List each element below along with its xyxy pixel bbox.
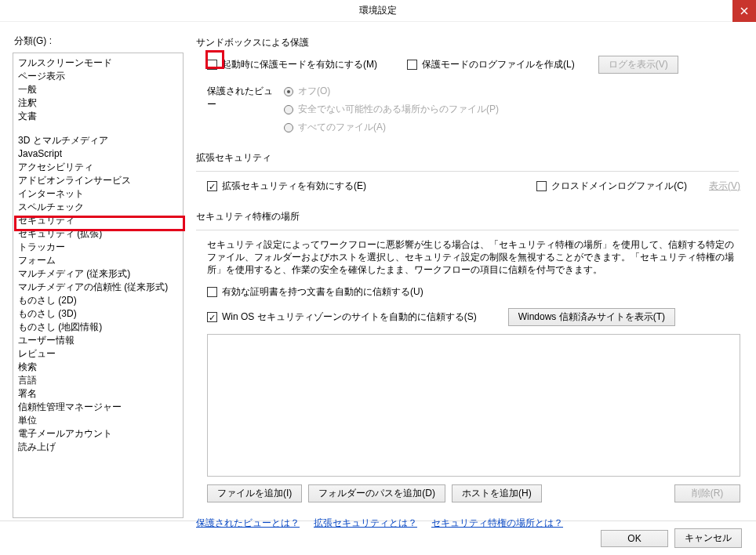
- trust-winos-checkbox[interactable]: [207, 312, 217, 322]
- category-item[interactable]: レビュー: [13, 347, 183, 361]
- category-item[interactable]: インターネット: [13, 187, 183, 201]
- category-item[interactable]: スペルチェック: [13, 201, 183, 214]
- delete-button[interactable]: 削除(R): [674, 484, 740, 502]
- category-item[interactable]: 注釈: [13, 96, 183, 110]
- category-item[interactable]: ユーザー情報: [13, 334, 183, 347]
- protected-view-all-radio[interactable]: [284, 123, 293, 132]
- protected-view-off-label: オフ(O): [298, 85, 330, 98]
- priv-loc-section-title: セキュリティ特権の場所: [196, 210, 740, 223]
- category-item[interactable]: 信頼性管理マネージャー: [13, 401, 183, 414]
- priv-locations-listbox[interactable]: [207, 334, 740, 477]
- category-item[interactable]: セキュリティ (拡張): [13, 227, 183, 241]
- category-item[interactable]: マルチメディア (従来形式): [13, 267, 183, 281]
- category-item[interactable]: ページ表示: [13, 70, 183, 83]
- enable-protected-mode-checkbox[interactable]: [207, 60, 217, 70]
- protected-view-off-radio[interactable]: [284, 87, 293, 96]
- ext-sec-enable-label: 拡張セキュリティを有効にする(E): [222, 180, 366, 193]
- ext-sec-enable-checkbox[interactable]: [207, 181, 217, 191]
- protected-view-unsafe-label: 安全でない可能性のある場所からのファイル(P): [298, 103, 499, 116]
- category-item[interactable]: 読み上げ: [13, 441, 183, 454]
- ok-button[interactable]: OK: [601, 530, 668, 547]
- link-ext-sec[interactable]: 拡張セキュリティとは？: [314, 517, 417, 530]
- category-item[interactable]: マルチメディアの信頼性 (従来形式): [13, 281, 183, 294]
- protected-view-all-label: すべてのファイル(A): [298, 121, 386, 134]
- titlebar: 環境設定: [0, 0, 756, 22]
- category-item[interactable]: 一般: [13, 83, 183, 96]
- category-item[interactable]: 言語: [13, 374, 183, 387]
- add-folder-button[interactable]: フォルダーのパスを追加(D): [308, 484, 445, 502]
- category-item[interactable]: フォーム: [13, 254, 183, 267]
- category-item[interactable]: 検索: [13, 361, 183, 374]
- category-item[interactable]: ものさし (3D): [13, 307, 183, 321]
- category-item[interactable]: アクセシビリティ: [13, 161, 183, 174]
- category-item[interactable]: セキュリティ: [13, 214, 183, 227]
- ext-sec-section-title: 拡張セキュリティ: [196, 151, 740, 165]
- create-log-label: 保護モードのログファイルを作成(L): [422, 58, 575, 71]
- link-protected-view[interactable]: 保護されたビューとは？: [196, 517, 300, 530]
- category-item[interactable]: ものさし (2D): [13, 294, 183, 307]
- category-item[interactable]: トラッカー: [13, 241, 183, 254]
- trust-cert-checkbox[interactable]: [207, 287, 217, 297]
- category-item[interactable]: 電子メールアカウント: [13, 427, 183, 441]
- trust-winos-label: Win OS セキュリティゾーンのサイトを自動的に信頼する(S): [222, 310, 477, 324]
- category-item[interactable]: JavaScript: [13, 147, 183, 161]
- link-priv-loc[interactable]: セキュリティ特権の場所とは？: [431, 517, 563, 530]
- category-item[interactable]: フルスクリーンモード: [13, 56, 183, 70]
- close-icon: [740, 7, 748, 15]
- protected-view-unsafe-radio[interactable]: [284, 105, 293, 114]
- create-log-checkbox[interactable]: [407, 60, 417, 70]
- enable-protected-mode-label: 起動時に保護モードを有効にする(M): [222, 58, 377, 71]
- add-file-button[interactable]: ファイルを追加(I): [207, 484, 302, 502]
- cross-domain-log-label: クロスドメインログファイル(C): [551, 180, 687, 193]
- window-title: 環境設定: [359, 4, 397, 17]
- protected-view-label: 保護されたビュー: [207, 85, 279, 111]
- trust-cert-label: 有効な証明書を持つ文書を自動的に信頼する(U): [222, 285, 423, 299]
- category-item[interactable]: 署名: [13, 387, 183, 401]
- category-listbox[interactable]: フルスクリーンモードページ表示一般注釈文書3D とマルチメディアJavaScri…: [13, 53, 184, 518]
- cross-domain-log-checkbox[interactable]: [536, 181, 547, 191]
- ext-sec-view-button[interactable]: 表示(V): [709, 180, 740, 193]
- view-log-button[interactable]: ログを表示(V): [598, 56, 678, 74]
- category-item[interactable]: 文書: [13, 110, 183, 123]
- sandbox-section-title: サンドボックスによる保護: [196, 36, 740, 49]
- category-item[interactable]: 3D とマルチメディア: [13, 134, 183, 147]
- category-item[interactable]: 単位: [13, 414, 183, 427]
- category-item[interactable]: ものさし (地図情報): [13, 321, 183, 334]
- cancel-button[interactable]: キャンセル: [674, 528, 742, 548]
- add-host-button[interactable]: ホストを追加(H): [452, 484, 542, 502]
- priv-loc-description: セキュリティ設定によってワークフローに悪影響が生じる場合は、「セキュリティ特権の…: [207, 238, 740, 276]
- category-item[interactable]: アドビオンラインサービス: [13, 174, 183, 187]
- window-close-button[interactable]: [732, 0, 756, 22]
- win-trusted-sites-button[interactable]: Windows 信頼済みサイトを表示(T): [508, 308, 675, 326]
- category-label: 分類(G) :: [13, 34, 185, 48]
